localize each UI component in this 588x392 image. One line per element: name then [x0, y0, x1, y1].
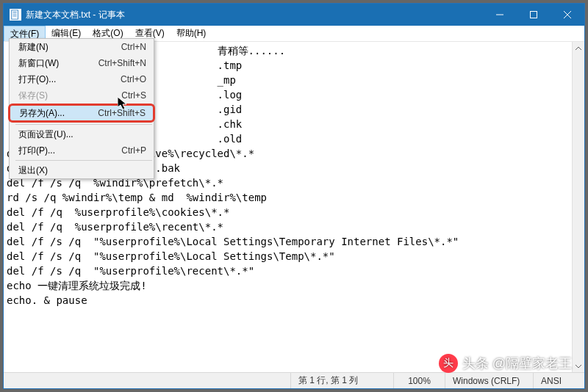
chevron-down-icon [576, 363, 581, 369]
statusbar-spacer [4, 373, 290, 388]
status-eol: Windows (CRLF) [445, 373, 533, 388]
menu-item-new-window[interactable]: 新窗口(W) Ctrl+Shift+N [10, 55, 154, 71]
status-zoom: 100% [393, 373, 445, 388]
minimize-icon [496, 11, 503, 18]
menu-item-accel: Ctrl+Shift+N [98, 58, 146, 68]
close-icon [564, 11, 571, 18]
menu-item-exit[interactable]: 退出(X) [10, 162, 154, 178]
status-caret: 第 1 行, 第 1 列 [290, 373, 393, 388]
menu-help[interactable]: 帮助(H) [171, 26, 212, 41]
chevron-up-icon [576, 46, 581, 51]
menu-item-open[interactable]: 打开(O)... Ctrl+O [10, 71, 154, 87]
menu-item-save[interactable]: 保存(S) Ctrl+S [10, 87, 154, 104]
menu-item-accel: Ctrl+S [121, 90, 146, 101]
watermark: 头 头条 @隔壁家老王 [439, 354, 572, 373]
menu-item-label: 保存(S) [18, 90, 121, 102]
menu-item-label: 新窗口(W) [18, 57, 98, 70]
minimize-button[interactable] [483, 4, 517, 26]
maximize-icon [530, 11, 537, 18]
menu-item-print[interactable]: 打印(P)... Ctrl+P [10, 142, 154, 159]
menu-item-label: 退出(X) [18, 164, 146, 177]
menu-item-accel: Ctrl+Shift+S [98, 108, 146, 118]
menu-item-accel: Ctrl+N [121, 42, 146, 52]
menu-item-page-setup[interactable]: 页面设置(U)... [10, 126, 154, 142]
maximize-button[interactable] [517, 4, 551, 26]
menu-separator [15, 160, 152, 161]
svg-rect-5 [531, 12, 537, 18]
scroll-down-button[interactable] [573, 360, 584, 372]
menu-item-accel: Ctrl+O [121, 74, 146, 84]
file-dropdown: 新建(N) Ctrl+N 新窗口(W) Ctrl+Shift+N 打开(O)..… [9, 38, 154, 179]
window-title: 新建文本文档.txt - 记事本 [26, 9, 483, 21]
menu-item-accel: Ctrl+P [121, 145, 146, 156]
titlebar: 新建文本文档.txt - 记事本 [4, 4, 584, 26]
notepad-icon [10, 9, 21, 21]
close-button[interactable] [551, 4, 584, 26]
menu-item-label: 打开(O)... [18, 73, 121, 86]
watermark-text: 头条 @隔壁家老王 [462, 355, 572, 372]
scroll-up-button[interactable] [573, 42, 584, 54]
menu-item-label: 另存为(A)... [19, 107, 98, 120]
menu-item-new[interactable]: 新建(N) Ctrl+N [10, 39, 154, 55]
statusbar: 第 1 行, 第 1 列 100% Windows (CRLF) ANSI [4, 372, 584, 388]
scroll-track[interactable] [573, 54, 584, 360]
menu-item-save-as[interactable]: 另存为(A)... Ctrl+Shift+S [8, 104, 155, 123]
menu-item-label: 打印(P)... [18, 145, 121, 157]
watermark-icon: 头 [439, 354, 458, 373]
menu-item-label: 页面设置(U)... [18, 128, 146, 141]
window-controls [483, 4, 584, 26]
menu-separator [15, 124, 152, 125]
menu-item-label: 新建(N) [18, 41, 121, 54]
vertical-scrollbar[interactable] [572, 42, 584, 372]
svg-rect-0 [12, 10, 18, 19]
status-encoding: ANSI [533, 373, 584, 388]
